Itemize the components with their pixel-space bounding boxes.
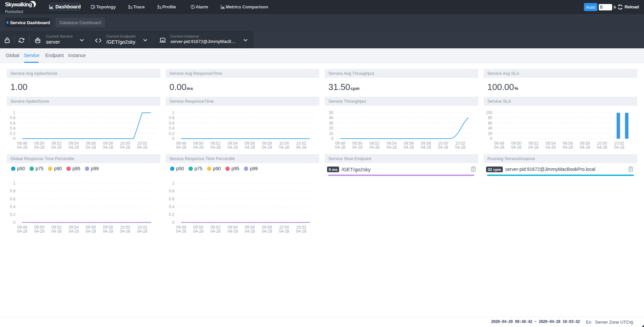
svg-text:04-28: 04-28 (597, 145, 607, 150)
svg-text:0.8: 0.8 (10, 115, 15, 120)
svg-text:60: 60 (488, 121, 493, 126)
svg-text:04-28: 04-28 (17, 229, 28, 234)
svg-text:0.8: 0.8 (10, 189, 15, 193)
svg-text:10: 10 (329, 131, 334, 136)
svg-text:04-28: 04-28 (193, 145, 204, 150)
svg-text:20: 20 (488, 131, 493, 136)
svg-text:04-28: 04-28 (421, 145, 431, 150)
svg-text:0: 0 (172, 136, 174, 141)
svg-text:04-28: 04-28 (369, 145, 380, 150)
svg-text:04-28: 04-28 (245, 229, 255, 234)
svg-text:04-28: 04-28 (562, 145, 573, 150)
svg-text:80: 80 (488, 115, 493, 120)
svg-text:04-28: 04-28 (335, 145, 345, 150)
svg-text:04-28: 04-28 (404, 145, 414, 150)
svg-text:04-28: 04-28 (120, 145, 130, 150)
svg-text:04-28: 04-28 (193, 229, 204, 234)
svg-text:04-28: 04-28 (580, 145, 590, 150)
svg-text:0: 0 (13, 136, 15, 141)
svg-text:1: 1 (13, 181, 15, 186)
svg-text:04-28: 04-28 (614, 145, 625, 150)
svg-text:04-28: 04-28 (137, 145, 148, 150)
svg-text:04-28: 04-28 (227, 145, 238, 150)
svg-text:0.6: 0.6 (10, 197, 15, 201)
svg-text:04-28: 04-28 (17, 145, 28, 150)
svg-text:04-28: 04-28 (68, 229, 79, 234)
svg-text:04-28: 04-28 (210, 145, 221, 150)
svg-text:0.6: 0.6 (169, 197, 174, 201)
svg-text:0.6: 0.6 (10, 121, 15, 126)
svg-text:0: 0 (490, 136, 492, 141)
svg-text:20: 20 (329, 126, 334, 131)
svg-text:1: 1 (172, 181, 174, 186)
svg-text:04-28: 04-28 (210, 229, 221, 234)
svg-text:04-28: 04-28 (455, 145, 466, 150)
svg-text:0: 0 (331, 136, 333, 141)
svg-text:0: 0 (172, 220, 174, 225)
svg-text:04-28: 04-28 (68, 145, 79, 150)
svg-text:1: 1 (172, 110, 174, 115)
svg-text:04-28: 04-28 (51, 229, 62, 234)
svg-text:04-28: 04-28 (137, 229, 148, 234)
svg-text:04-28: 04-28 (34, 229, 45, 234)
svg-text:0.4: 0.4 (10, 126, 15, 131)
svg-text:04-28: 04-28 (296, 229, 307, 234)
svg-text:0.2: 0.2 (10, 212, 15, 217)
svg-text:04-28: 04-28 (386, 145, 397, 150)
svg-text:0.4: 0.4 (169, 126, 174, 131)
svg-text:0: 0 (13, 220, 15, 225)
svg-text:04-28: 04-28 (545, 145, 556, 150)
svg-text:04-28: 04-28 (279, 145, 289, 150)
svg-text:04-28: 04-28 (279, 229, 289, 234)
svg-text:0.8: 0.8 (169, 115, 174, 120)
svg-text:04-28: 04-28 (86, 145, 96, 150)
svg-text:0.2: 0.2 (169, 131, 174, 136)
svg-text:04-28: 04-28 (511, 145, 522, 150)
svg-text:04-28: 04-28 (227, 229, 238, 234)
svg-text:0.4: 0.4 (169, 204, 174, 209)
svg-text:1: 1 (13, 110, 15, 115)
svg-text:40: 40 (488, 126, 493, 131)
svg-text:50: 50 (329, 110, 334, 115)
svg-text:04-28: 04-28 (51, 145, 62, 150)
svg-text:04-28: 04-28 (494, 145, 504, 150)
svg-text:04-28: 04-28 (296, 145, 307, 150)
svg-text:04-28: 04-28 (262, 145, 272, 150)
svg-text:0.6: 0.6 (169, 121, 174, 126)
svg-text:04-28: 04-28 (34, 145, 45, 150)
svg-text:04-28: 04-28 (103, 145, 113, 150)
svg-text:40: 40 (329, 115, 334, 120)
svg-text:04-28: 04-28 (120, 229, 130, 234)
svg-text:04-28: 04-28 (176, 145, 186, 150)
svg-text:04-28: 04-28 (528, 145, 539, 150)
svg-text:100: 100 (486, 110, 492, 115)
svg-text:04-28: 04-28 (86, 229, 96, 234)
svg-text:04-28: 04-28 (352, 145, 363, 150)
svg-text:04-28: 04-28 (176, 229, 186, 234)
svg-text:0.8: 0.8 (169, 189, 174, 193)
svg-text:04-28: 04-28 (262, 229, 272, 234)
svg-text:30: 30 (329, 121, 334, 126)
svg-text:04-28: 04-28 (438, 145, 448, 150)
svg-text:04-28: 04-28 (245, 145, 255, 150)
svg-text:04-28: 04-28 (103, 229, 113, 234)
svg-text:0.4: 0.4 (10, 204, 15, 209)
svg-text:0.2: 0.2 (169, 212, 174, 217)
svg-text:0.2: 0.2 (10, 131, 15, 136)
